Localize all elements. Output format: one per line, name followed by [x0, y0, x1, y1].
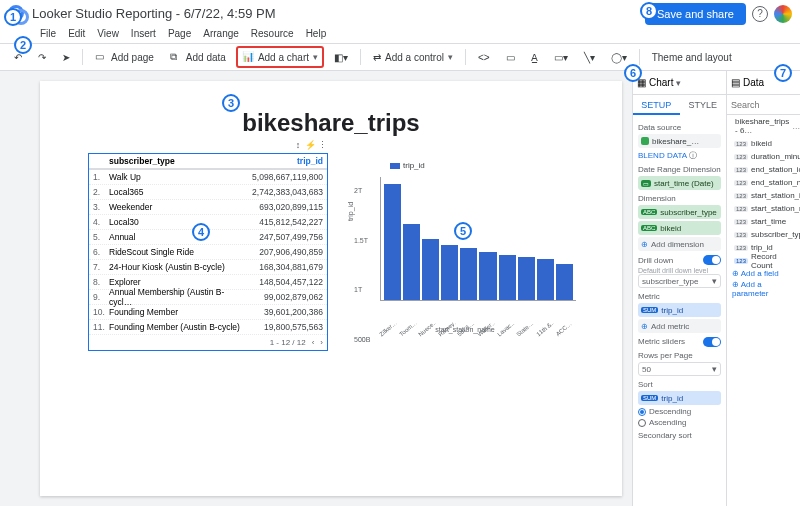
drill-down-toggle[interactable] [703, 255, 721, 265]
text-button[interactable]: A̲ [525, 47, 544, 67]
image-button[interactable]: ▭ [500, 47, 521, 67]
data-panel: ▤ Data bikeshare_trips - 6…… 123bikeid12… [726, 71, 800, 506]
menu-resource[interactable]: Resource [251, 28, 294, 39]
menu-arrange[interactable]: Arrange [203, 28, 239, 39]
add-metric-button[interactable]: ⊕Add metric [638, 319, 721, 333]
menu-edit[interactable]: Edit [68, 28, 85, 39]
y-axis-label: trip_id [347, 202, 354, 221]
field-item[interactable]: 123Record Count [732, 254, 795, 267]
table-header-row: subscriber_type trip_id [89, 154, 327, 170]
canvas-area: bikeshare_trips ↕ ⚡ ⋮ subscriber_type tr… [0, 71, 632, 506]
next-page-icon[interactable]: › [320, 338, 323, 347]
bar[interactable] [422, 239, 439, 301]
table-row[interactable]: 3.Weekender693,020,899,115 [89, 200, 327, 215]
toolbar: ↶ ↷ ➤ ▭Add page ⧉Add data 📊Add a chart▾ … [0, 43, 800, 71]
menu-view[interactable]: View [97, 28, 119, 39]
filter-icon[interactable]: ⚡ [305, 140, 315, 150]
redo-button[interactable]: ↷ [32, 47, 52, 67]
bar[interactable] [403, 224, 420, 300]
bar[interactable] [460, 248, 477, 300]
bar[interactable] [384, 184, 401, 300]
sort-chip[interactable]: SUMtrip_id [638, 391, 721, 405]
metric-chip-1[interactable]: SUMtrip_id [638, 303, 721, 317]
help-icon[interactable]: ? [752, 6, 768, 22]
field-item[interactable]: 123duration_minutes [732, 150, 795, 163]
x-axis-label: start_station_name [350, 326, 580, 333]
dimension-chip-2[interactable]: ABCbikeid [638, 221, 721, 235]
add-page-button[interactable]: ▭Add page [89, 47, 160, 67]
field-item[interactable]: 123end_station_name [732, 176, 795, 189]
table-row[interactable]: 2.Local3652,742,383,043,683 [89, 185, 327, 200]
bar[interactable] [441, 245, 458, 300]
field-item[interactable]: 123start_station_name [732, 202, 795, 215]
data-source-chip[interactable]: bikeshare_… [638, 134, 721, 148]
menu-file[interactable]: File [40, 28, 56, 39]
report-canvas[interactable]: bikeshare_trips ↕ ⚡ ⋮ subscriber_type tr… [40, 81, 622, 496]
right-panels: ▦ Chart ▾ SETUP STYLE Data source bikesh… [632, 71, 800, 506]
add-control-button[interactable]: ⇄ Add a control▾ [367, 47, 459, 67]
add-chart-button[interactable]: 📊Add a chart▾ [236, 46, 324, 68]
col-subscriber-type[interactable]: subscriber_type [107, 156, 245, 166]
line-button[interactable]: ╲▾ [578, 47, 601, 67]
workspace: bikeshare_trips ↕ ⚡ ⋮ subscriber_type tr… [0, 71, 800, 506]
menu-insert[interactable]: Insert [131, 28, 156, 39]
shape-button[interactable]: ▭▾ [548, 47, 574, 67]
pointer-button[interactable]: ➤ [56, 47, 76, 67]
add-data-button[interactable]: ⧉Add data [164, 47, 232, 67]
table-chart[interactable]: ↕ ⚡ ⋮ subscriber_type trip_id 1.Walk Up5… [88, 153, 328, 351]
field-item[interactable]: 123start_time [732, 215, 795, 228]
field-item[interactable]: 123bikeid [732, 137, 795, 150]
menu-bar: File Edit View Insert Page Arrange Resou… [0, 28, 800, 43]
date-range-dim-chip[interactable]: ▭start_time (Date) [638, 176, 721, 190]
account-avatar[interactable] [774, 5, 792, 23]
community-viz-button[interactable]: ◧▾ [328, 47, 354, 67]
field-search-input[interactable] [727, 95, 800, 115]
embed-button[interactable]: <> [472, 47, 496, 67]
add-parameter-link[interactable]: ⊕ Add a parameter [732, 280, 795, 298]
title-bar: Looker Studio Reporting - 6/7/22, 4:59 P… [0, 0, 800, 28]
tab-setup[interactable]: SETUP [633, 95, 680, 115]
more-icon[interactable]: ⋮ [317, 140, 327, 150]
bar[interactable] [499, 255, 516, 301]
bar[interactable] [518, 257, 535, 300]
field-item[interactable]: 123subscriber_type [732, 228, 795, 241]
callout-8: 8 [640, 2, 658, 20]
callout-6: 6 [624, 64, 642, 82]
bar[interactable] [479, 252, 496, 300]
table-row[interactable]: 6.RideScout Single Ride207,906,490,859 [89, 245, 327, 260]
theme-layout-button[interactable]: Theme and layout [646, 47, 738, 67]
rows-per-page-select[interactable]: 50▾ [638, 362, 721, 376]
callout-3: 3 [222, 94, 240, 112]
callout-5: 5 [454, 222, 472, 240]
data-source-item[interactable]: bikeshare_trips - 6…… [732, 119, 795, 133]
add-field-link[interactable]: ⊕ Add a field [732, 269, 795, 278]
table-row[interactable]: 11.Founding Member (Austin B-cycle)19,80… [89, 320, 327, 335]
dimension-chip-1[interactable]: ABCsubscriber_type [638, 205, 721, 219]
chart-toolbar: ↕ ⚡ ⋮ [293, 140, 327, 150]
field-item[interactable]: 123end_station_id [732, 163, 795, 176]
menu-help[interactable]: Help [306, 28, 327, 39]
table-row[interactable]: 10.Founding Member39,601,200,386 [89, 305, 327, 320]
chart-type-selector[interactable]: ▦ Chart ▾ [633, 71, 726, 95]
col-trip-id[interactable]: trip_id [245, 156, 327, 166]
field-item[interactable]: 123start_station_id [732, 189, 795, 202]
app-root: Looker Studio Reporting - 6/7/22, 4:59 P… [0, 0, 800, 506]
metric-sliders-toggle[interactable] [703, 337, 721, 347]
table-footer: 1 - 12 / 12 ‹ › [89, 335, 327, 350]
save-and-share-button[interactable]: Save and share [645, 3, 746, 25]
menu-page[interactable]: Page [168, 28, 191, 39]
bar-chart[interactable]: trip_id trip_id Zilker…Toom…Nuece…Rainey… [350, 161, 580, 331]
table-row[interactable]: 7.24-Hour Kiosk (Austin B-cycle)168,304,… [89, 260, 327, 275]
prev-page-icon[interactable]: ‹ [312, 338, 315, 347]
drill-level-select[interactable]: subscriber_type▾ [638, 274, 721, 288]
bar[interactable] [556, 264, 573, 300]
tab-style[interactable]: STYLE [680, 95, 727, 115]
sort-icon[interactable]: ↕ [293, 140, 303, 150]
sort-descending-radio[interactable]: Descending [638, 407, 721, 416]
sort-ascending-radio[interactable]: Ascending [638, 418, 721, 427]
blend-data-link[interactable]: BLEND DATA ⓘ [638, 150, 721, 161]
bar[interactable] [537, 259, 554, 300]
table-row[interactable]: 9.Annual Membership (Austin B-cycl…99,00… [89, 290, 327, 305]
add-dimension-button[interactable]: ⊕Add dimension [638, 237, 721, 251]
table-row[interactable]: 1.Walk Up5,098,667,119,800 [89, 170, 327, 185]
